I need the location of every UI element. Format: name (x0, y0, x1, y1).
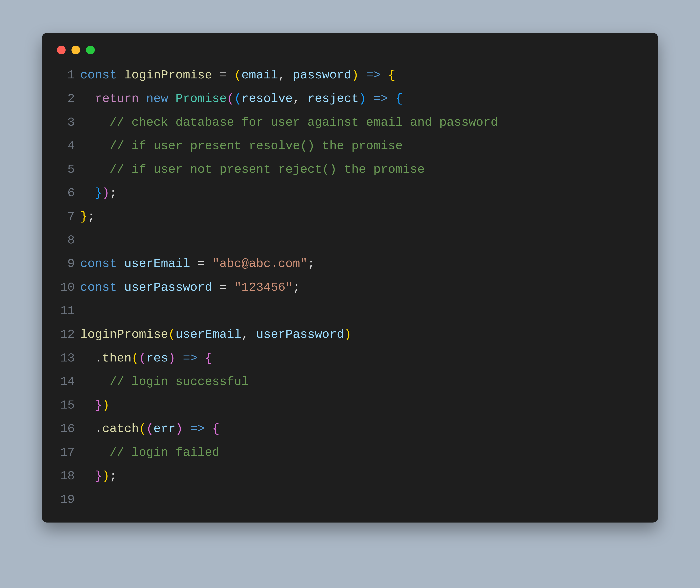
line-content: .catch((err) => { (80, 417, 219, 441)
code-line: 8 (55, 228, 645, 252)
line-number: 17 (55, 441, 75, 464)
line-number: 13 (55, 347, 75, 370)
line-number: 12 (55, 323, 75, 346)
code-line: 1const loginPromise = (email, password) … (55, 63, 645, 87)
code-line: 18 }); (55, 464, 645, 488)
code-line: 12loginPromise(userEmail, userPassword) (55, 323, 645, 346)
code-line: 5 // if user not present reject() the pr… (55, 158, 645, 181)
code-line: 17 // login failed (55, 441, 645, 464)
code-line: 13 .then((res) => { (55, 347, 645, 370)
line-number: 5 (55, 158, 75, 181)
line-number: 8 (55, 228, 75, 252)
code-block: 1const loginPromise = (email, password) … (55, 63, 645, 512)
line-content: loginPromise(userEmail, userPassword) (80, 323, 351, 346)
line-content: const userPassword = "123456"; (80, 276, 300, 299)
page-stage: 1const loginPromise = (email, password) … (0, 0, 700, 588)
minimize-icon[interactable] (71, 46, 80, 54)
line-number: 9 (55, 252, 75, 275)
line-number: 10 (55, 276, 75, 299)
line-number: 18 (55, 464, 75, 488)
line-number: 14 (55, 370, 75, 394)
line-content (80, 299, 87, 323)
line-number: 3 (55, 111, 75, 134)
line-number: 19 (55, 488, 75, 511)
code-line: 14 // login successful (55, 370, 645, 394)
editor-window: 1const loginPromise = (email, password) … (42, 33, 658, 523)
window-titlebar (55, 46, 645, 63)
line-content: // if user not present reject() the prom… (80, 158, 425, 181)
code-line: 7}; (55, 205, 645, 228)
line-content: const userEmail = "abc@abc.com"; (80, 252, 315, 275)
close-icon[interactable] (57, 46, 66, 54)
line-content: }); (80, 464, 117, 488)
code-line: 15 }) (55, 394, 645, 417)
line-number: 15 (55, 394, 75, 417)
code-line: 9const userEmail = "abc@abc.com"; (55, 252, 645, 275)
line-number: 4 (55, 134, 75, 158)
line-content: // check database for user against email… (80, 111, 498, 134)
line-content: // login successful (80, 370, 249, 394)
maximize-icon[interactable] (86, 46, 95, 54)
line-content: // if user present resolve() the promise (80, 134, 403, 158)
code-line: 16 .catch((err) => { (55, 417, 645, 441)
line-content: return new Promise((resolve, resject) =>… (80, 87, 403, 110)
line-content: const loginPromise = (email, password) =… (80, 63, 395, 87)
code-line: 2 return new Promise((resolve, resject) … (55, 87, 645, 110)
line-content: }); (80, 181, 117, 205)
code-line: 19 (55, 488, 645, 511)
line-number: 6 (55, 181, 75, 205)
line-number: 2 (55, 87, 75, 110)
line-number: 1 (55, 63, 75, 87)
code-line: 3 // check database for user against ema… (55, 111, 645, 134)
line-content: }; (80, 205, 95, 228)
line-number: 11 (55, 299, 75, 323)
line-content: .then((res) => { (80, 347, 212, 370)
line-number: 7 (55, 205, 75, 228)
code-line: 11 (55, 299, 645, 323)
line-content (80, 488, 87, 511)
code-line: 4 // if user present resolve() the promi… (55, 134, 645, 158)
code-line: 6 }); (55, 181, 645, 205)
code-line: 10const userPassword = "123456"; (55, 276, 645, 299)
line-content: // login failed (80, 441, 219, 464)
line-content (80, 228, 87, 252)
line-content: }) (80, 394, 110, 417)
line-number: 16 (55, 417, 75, 441)
